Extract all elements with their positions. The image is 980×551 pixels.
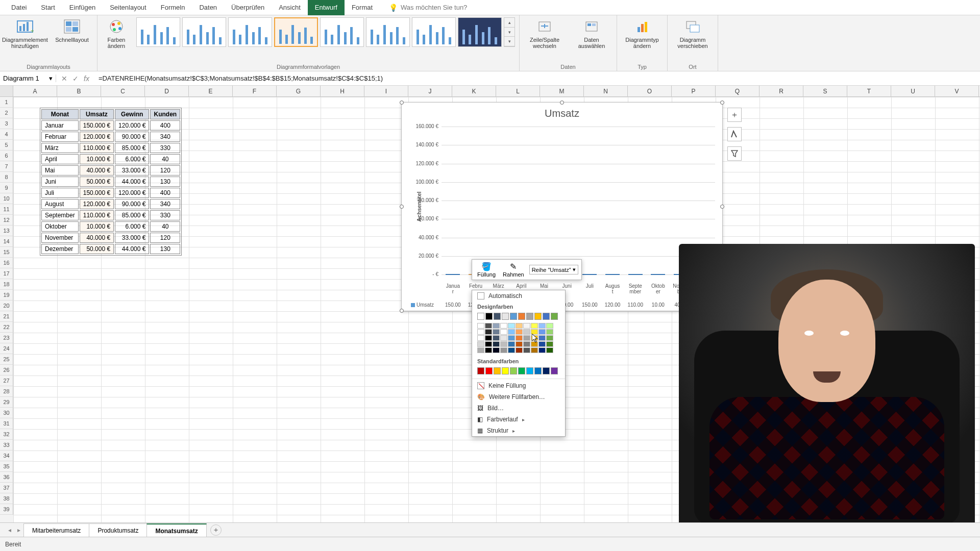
- column-header[interactable]: O: [628, 86, 672, 96]
- row-header[interactable]: 34: [0, 450, 13, 461]
- color-swatch[interactable]: [538, 335, 546, 341]
- color-swatch[interactable]: [493, 323, 500, 329]
- table-row[interactable]: August120.000 €90.000 €340: [41, 199, 180, 209]
- automatic-color-item[interactable]: Automatisch: [472, 290, 565, 302]
- table-header[interactable]: Gewinn: [115, 109, 149, 119]
- color-swatch[interactable]: [493, 341, 500, 347]
- tab-ueberpruefen[interactable]: Überprüfen: [224, 0, 272, 15]
- color-swatch[interactable]: [510, 313, 517, 320]
- color-swatch[interactable]: [523, 335, 530, 341]
- table-row[interactable]: Juni50.000 €44.000 €130: [41, 177, 180, 187]
- row-header[interactable]: 26: [0, 365, 13, 375]
- row-header[interactable]: 24: [0, 343, 13, 354]
- row-header[interactable]: 7: [0, 161, 13, 172]
- row-header[interactable]: 11: [0, 204, 13, 215]
- column-header[interactable]: P: [672, 86, 716, 96]
- switch-row-column-button[interactable]: Zeile/Spalte wechseln: [524, 17, 566, 49]
- table-row[interactable]: November40.000 €33.000 €120: [41, 233, 180, 243]
- color-swatch[interactable]: [508, 329, 515, 335]
- table-header[interactable]: Monat: [41, 109, 79, 119]
- row-header[interactable]: 35: [0, 461, 13, 472]
- color-swatch[interactable]: [543, 313, 550, 320]
- column-header[interactable]: E: [189, 86, 233, 96]
- table-row[interactable]: Oktober10.000 €6.000 €40: [41, 221, 180, 232]
- tab-einfuegen[interactable]: Einfügen: [62, 0, 103, 15]
- color-swatch[interactable]: [546, 341, 553, 347]
- move-chart-button[interactable]: Diagramm verschieben: [672, 17, 714, 49]
- table-row[interactable]: Mai40.000 €33.000 €120: [41, 165, 180, 176]
- color-swatch[interactable]: [518, 367, 525, 374]
- color-swatch[interactable]: [485, 323, 492, 329]
- table-row[interactable]: Dezember50.000 €44.000 €130: [41, 244, 180, 254]
- color-swatch[interactable]: [508, 323, 515, 329]
- row-header[interactable]: 4: [0, 129, 13, 140]
- row-header[interactable]: 33: [0, 440, 13, 450]
- column-header[interactable]: K: [452, 86, 496, 96]
- table-header[interactable]: Kunden: [150, 109, 180, 119]
- table-row[interactable]: Januar150.000 €120.000 €400: [41, 120, 180, 131]
- row-header[interactable]: 36: [0, 472, 13, 483]
- row-header[interactable]: 21: [0, 311, 13, 322]
- color-swatch[interactable]: [526, 313, 533, 320]
- color-swatch[interactable]: [523, 341, 530, 347]
- row-header[interactable]: 17: [0, 268, 13, 279]
- color-swatch[interactable]: [477, 347, 484, 353]
- chart-style-5[interactable]: [320, 17, 364, 47]
- row-header[interactable]: 8: [0, 172, 13, 183]
- color-swatch[interactable]: [538, 347, 546, 353]
- color-swatch[interactable]: [477, 329, 484, 335]
- chart-style-more[interactable]: ▴▾▾: [504, 17, 515, 47]
- data-table[interactable]: MonatUmsatzGewinnKunden Januar150.000 €1…: [40, 108, 182, 256]
- color-swatch[interactable]: [477, 367, 484, 374]
- color-swatch[interactable]: [502, 313, 509, 320]
- column-header[interactable]: G: [277, 86, 321, 96]
- tab-datei[interactable]: Datei: [4, 0, 34, 15]
- column-header[interactable]: C: [101, 86, 145, 96]
- table-row[interactable]: Februar120.000 €90.000 €340: [41, 132, 180, 142]
- tab-entwurf[interactable]: Entwurf: [308, 0, 345, 15]
- quick-layout-button[interactable]: Schnelllayout: [51, 17, 93, 43]
- chart-elements-button[interactable]: ＋: [727, 108, 742, 122]
- row-header[interactable]: 3: [0, 118, 13, 129]
- column-header[interactable]: J: [408, 86, 452, 96]
- color-swatch[interactable]: [531, 323, 538, 329]
- color-swatch[interactable]: [534, 313, 542, 320]
- row-header[interactable]: 32: [0, 429, 13, 440]
- color-swatch[interactable]: [543, 367, 550, 374]
- color-swatch[interactable]: [538, 329, 546, 335]
- row-header[interactable]: 28: [0, 386, 13, 397]
- row-header[interactable]: 25: [0, 354, 13, 365]
- series-selector[interactable]: Reihe "Umsatz"▾: [529, 265, 578, 274]
- color-swatch[interactable]: [508, 347, 515, 353]
- row-header[interactable]: 14: [0, 236, 13, 247]
- row-header[interactable]: 16: [0, 258, 13, 268]
- column-header[interactable]: T: [847, 86, 891, 96]
- color-swatch[interactable]: [477, 323, 484, 329]
- tab-seitenlayout[interactable]: Seitenlayout: [103, 0, 154, 15]
- row-header[interactable]: 10: [0, 193, 13, 204]
- color-swatch[interactable]: [531, 347, 538, 353]
- chart-bar[interactable]: [624, 274, 647, 275]
- color-swatch[interactable]: [508, 341, 515, 347]
- color-swatch[interactable]: [516, 341, 523, 347]
- texture-fill-item[interactable]: ▦Struktur: [472, 425, 565, 436]
- color-swatch[interactable]: [523, 347, 530, 353]
- row-header[interactable]: 1: [0, 97, 13, 108]
- row-header[interactable]: 30: [0, 408, 13, 418]
- color-swatch[interactable]: [477, 335, 484, 341]
- column-header[interactable]: F: [233, 86, 277, 96]
- row-header[interactable]: 22: [0, 322, 13, 333]
- chart-style-2[interactable]: [182, 17, 226, 47]
- column-header[interactable]: S: [803, 86, 847, 96]
- column-header[interactable]: I: [364, 86, 408, 96]
- column-header[interactable]: N: [584, 86, 628, 96]
- color-swatch[interactable]: [516, 335, 523, 341]
- color-swatch[interactable]: [477, 313, 484, 320]
- color-swatch[interactable]: [502, 367, 509, 374]
- more-colors-item[interactable]: 🎨Weitere Füllfarben…: [472, 391, 565, 403]
- chart-styles-button[interactable]: [727, 127, 742, 141]
- color-swatch[interactable]: [516, 323, 523, 329]
- accept-formula-icon[interactable]: ✓: [72, 74, 79, 83]
- table-row[interactable]: März110.000 €85.000 €330: [41, 143, 180, 153]
- color-swatch[interactable]: [534, 367, 542, 374]
